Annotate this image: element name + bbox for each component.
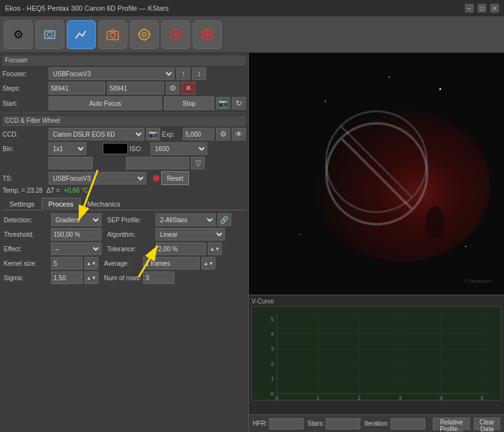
fw-input1[interactable] bbox=[49, 157, 93, 169]
tolerance-input[interactable] bbox=[156, 242, 206, 255]
tab-settings[interactable]: Settings bbox=[3, 198, 42, 210]
fw-input2[interactable] bbox=[126, 157, 189, 169]
sigma-input[interactable] bbox=[51, 271, 83, 284]
algorithm-label: Algorithm: bbox=[103, 231, 154, 238]
steps-input1[interactable] bbox=[49, 82, 105, 94]
sep-link-btn[interactable]: 🔗 bbox=[217, 213, 231, 226]
sep-profile-select[interactable]: 2-AllStars bbox=[156, 213, 215, 226]
svg-point-26 bbox=[465, 246, 466, 247]
svg-text:1: 1 bbox=[271, 375, 274, 382]
svg-point-24 bbox=[325, 101, 326, 102]
svg-point-1 bbox=[47, 32, 52, 37]
stars-input[interactable] bbox=[326, 418, 360, 429]
bin-label: Bin: bbox=[3, 145, 47, 152]
detection-row: Detection: Gradient SEP Profile: 2-AllSt… bbox=[4, 213, 244, 226]
focuser-arrow-up[interactable]: ↑ bbox=[176, 67, 190, 80]
toolbar-settings[interactable]: ⚙ bbox=[4, 20, 33, 49]
effect-label: Effect: bbox=[4, 246, 49, 253]
focuser-row: Focuser: USBFocusV3 ↑ ↕ bbox=[3, 67, 246, 80]
temp-row: Temp. = 23.28 ΔT = +0.66 °C bbox=[3, 187, 246, 194]
iteration-label: Iteration: bbox=[364, 420, 389, 427]
hfr-field: HFR: bbox=[253, 418, 304, 429]
svg-line-31 bbox=[341, 138, 413, 210]
toolbar: ⚙ bbox=[0, 16, 504, 53]
filter-btn[interactable]: ▽ bbox=[191, 157, 205, 169]
sigma-label: Sigma: bbox=[4, 275, 49, 281]
stop-button[interactable]: Stop bbox=[164, 96, 214, 110]
auto-focus-button[interactable]: Auto Focus bbox=[49, 96, 162, 110]
exp-gear[interactable]: ⚙ bbox=[216, 128, 230, 140]
average-label: Average: bbox=[100, 260, 141, 267]
svg-text:1: 1 bbox=[316, 395, 319, 401]
exp-label: Exp: bbox=[162, 131, 181, 138]
tolerance-up[interactable]: ▲▼ bbox=[208, 242, 222, 255]
detection-select[interactable]: Gradient bbox=[51, 213, 101, 226]
clear-data-button[interactable]: Clear Data bbox=[474, 418, 500, 430]
relative-profile-button[interactable]: Relative Profile... bbox=[433, 418, 469, 430]
svg-point-27 bbox=[299, 234, 301, 235]
delta-label: ΔT = bbox=[47, 187, 60, 194]
ccd-row: CCD: Canon DSLR EOS 6D 📷 Exp: ⚙ 👁 bbox=[3, 128, 246, 140]
ts-select[interactable]: USBFocusV3 bbox=[49, 172, 146, 185]
iso-select[interactable]: 1600 bbox=[151, 142, 207, 155]
steps-gear[interactable]: ⚙ bbox=[166, 82, 180, 94]
threshold-row: Threshold: Algorithm: Linear bbox=[4, 228, 244, 241]
iteration-input[interactable] bbox=[391, 418, 425, 429]
toolbar-focus[interactable] bbox=[67, 20, 96, 49]
refresh-btn[interactable]: ↻ bbox=[232, 97, 246, 110]
steps-stop[interactable]: ✕ bbox=[181, 82, 195, 94]
tab-process[interactable]: Process bbox=[42, 198, 81, 210]
exp-eye[interactable]: 👁 bbox=[232, 128, 246, 140]
minimize-button[interactable]: − bbox=[465, 4, 474, 13]
num-rows-input[interactable] bbox=[143, 271, 175, 284]
window-title: Ekos - HEQ5 Pentax 300 Canon 6D Profile … bbox=[5, 4, 169, 12]
ts-label: TS: bbox=[3, 175, 47, 182]
average-input[interactable] bbox=[143, 257, 200, 270]
toolbar-align[interactable] bbox=[130, 20, 159, 49]
threshold-input[interactable] bbox=[51, 228, 101, 241]
tab-mechanics[interactable]: Mechanics bbox=[81, 198, 128, 210]
stars-field: Stars: bbox=[307, 418, 360, 429]
ccd-select[interactable]: Canon DSLR EOS 6D bbox=[49, 128, 144, 140]
right-panel: ©Takahashi V-Curve bbox=[249, 53, 504, 432]
average-spin[interactable]: ▲▼ bbox=[202, 257, 215, 270]
close-button[interactable]: × bbox=[490, 4, 499, 13]
steps-label: Steps: bbox=[3, 85, 47, 92]
toolbar-guide[interactable] bbox=[161, 20, 190, 49]
window-controls[interactable]: − □ × bbox=[465, 4, 499, 13]
algorithm-select[interactable]: Linear bbox=[156, 228, 225, 241]
iso-label: ISO: bbox=[130, 145, 149, 152]
sigma-spin[interactable]: ▲▼ bbox=[84, 271, 98, 284]
main-content: Focuser Focuser: USBFocusV3 ↑ ↕ Steps: ⚙… bbox=[0, 53, 504, 432]
kernel-spin[interactable]: ▲▼ bbox=[84, 257, 98, 270]
focuser-arrow-right[interactable]: ↕ bbox=[192, 67, 206, 80]
num-rows-label: Num of rows: bbox=[100, 275, 141, 281]
svg-point-4 bbox=[139, 30, 149, 40]
steps-input2[interactable] bbox=[107, 82, 164, 94]
stars-label: Stars: bbox=[307, 420, 324, 427]
effect-row: Effect: – Tolerance: ▲▼ bbox=[4, 242, 244, 255]
reset-indicator bbox=[153, 175, 159, 181]
toolbar-ekos[interactable] bbox=[193, 20, 222, 49]
bin-select[interactable]: 1x1 bbox=[49, 142, 86, 155]
kernel-input[interactable] bbox=[51, 257, 83, 270]
kernel-label: Kernel size: bbox=[4, 260, 49, 267]
left-panel: Focuser Focuser: USBFocusV3 ↑ ↕ Steps: ⚙… bbox=[0, 53, 249, 432]
svg-text:3: 3 bbox=[271, 346, 274, 352]
effect-select[interactable]: – bbox=[51, 242, 101, 255]
toolbar-capture[interactable] bbox=[35, 20, 64, 49]
sigma-row: Sigma: ▲▼ Num of rows: bbox=[4, 271, 244, 284]
iteration-field: Iteration: bbox=[364, 418, 425, 429]
exp-input[interactable] bbox=[183, 128, 214, 140]
maximize-button[interactable]: □ bbox=[478, 4, 486, 13]
color-swatch bbox=[103, 143, 128, 154]
toolbar-camera[interactable] bbox=[98, 20, 127, 49]
ccd-camera-btn[interactable]: 📷 bbox=[146, 128, 160, 140]
hfr-input[interactable] bbox=[269, 418, 304, 429]
camera-icon-btn[interactable]: 📷 bbox=[216, 97, 230, 110]
hfr-label: HFR: bbox=[253, 420, 267, 427]
svg-point-28 bbox=[389, 76, 390, 77]
reset-button[interactable]: Reset bbox=[161, 171, 189, 185]
svg-text:4: 4 bbox=[271, 331, 274, 337]
focuser-select[interactable]: USBFocusV3 bbox=[49, 67, 175, 80]
